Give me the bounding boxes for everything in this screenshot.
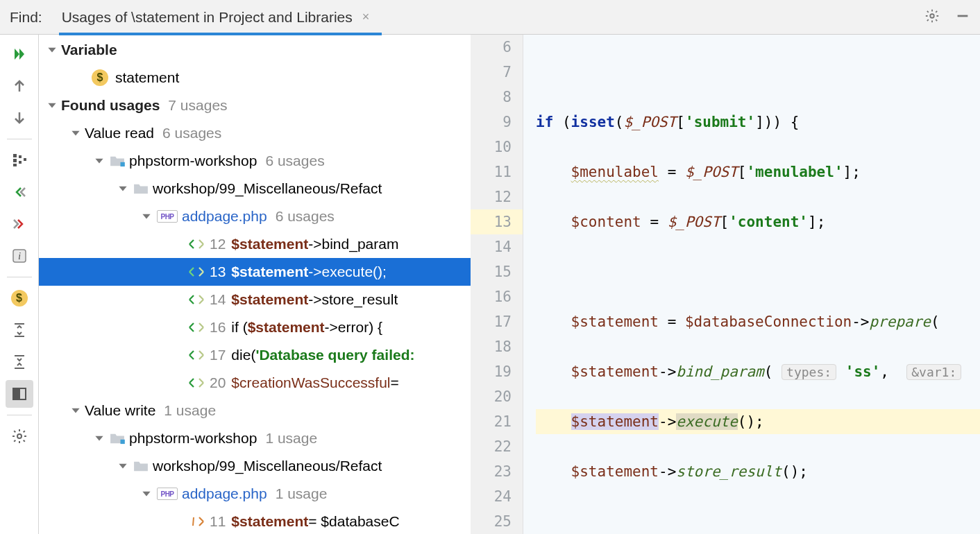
tree-usage[interactable]: 20 $creationWasSuccessful = [39,369,471,397]
t: $statement [571,463,659,480]
t: $_POST [623,114,676,130]
svg-point-12 [17,434,22,438]
line-number: 20 [471,384,512,409]
t: 'submit' [685,114,755,130]
chevron-down-icon[interactable] [69,127,82,139]
gutter: 6 7 8 9 10 11 12 13 14 15 16 17 18 19 20… [471,35,523,534]
tree-usage[interactable]: 12 $statement ->bind_param [39,230,471,258]
t: $databaseConnection [685,313,852,330]
chevron-down-icon[interactable] [140,210,153,223]
code-text: ->bind_param [308,230,398,258]
tree-usage[interactable]: 17 die( 'Database query failed: [39,341,471,369]
line-number: 16 [210,313,226,341]
line-number: 17 [471,309,512,334]
tree-project[interactable]: phpstorm-workshop 1 usage [39,424,471,452]
find-tab[interactable]: Usages of \statement in Project and Libr… [62,9,370,26]
line-number: 19 [471,359,512,384]
usage-read-icon [189,239,204,250]
line-number: 12 [471,184,512,209]
preview-pane-icon[interactable] [6,380,33,408]
line-number: 25 [471,509,512,534]
t: $content [571,214,641,230]
chevron-down-icon[interactable] [46,44,58,56]
line-number: 16 [471,284,512,309]
tree-found-heading[interactable]: Found usages 7 usages [39,92,471,119]
line-number: 11 [210,508,226,534]
arrow-up-icon[interactable] [6,72,33,100]
tree-value-read[interactable]: Value read 6 usages [39,119,471,147]
code-body[interactable]: if (isset($_POST['submit'])) { $menulabe… [523,35,980,534]
chevron-down-icon[interactable] [69,404,82,417]
t: $menulabel [571,164,659,180]
tree-usage-selected[interactable]: 13 $statement ->execute(); [39,258,471,286]
expand-all-icon[interactable] [6,316,33,344]
tree-file[interactable]: PHP addpage.php 6 usages [39,203,471,230]
usage-read-icon [189,377,204,388]
folder-icon [133,460,149,472]
t: bind_param [676,363,763,380]
find-label: Find: [10,9,42,26]
svg-rect-7 [24,158,26,161]
param-hint: &var1: [906,364,961,380]
tree-value-write[interactable]: Value write 1 usage [39,397,471,424]
info-icon[interactable]: i [6,242,33,270]
tree-folder[interactable]: workshop/99_Miscellaneous/Refact [39,452,471,480]
export-icon[interactable] [6,210,33,238]
tree-usage[interactable]: 16 if ( $statement ->error) { [39,313,471,341]
usage-read-icon [189,294,204,305]
chevron-down-icon[interactable] [93,432,105,445]
chevron-down-icon[interactable] [117,460,129,472]
t: 'content' [729,214,808,230]
arrow-down-icon[interactable] [6,104,33,132]
tree-usage[interactable]: 14 $statement ->store_result [39,286,471,313]
folder-icon [110,155,125,167]
code-text: $creationWasSuccessful [231,369,390,397]
svg-rect-13 [121,162,125,166]
code-text: ->error) { [325,313,382,341]
usages-tree[interactable]: Variable $ statement Found usages 7 usag… [39,35,471,534]
t: $_POST [668,214,720,230]
line-number: 18 [471,334,512,359]
find-header: Find: Usages of \statement in Project an… [0,0,980,35]
usage-read-icon [189,266,204,277]
tree-project[interactable]: phpstorm-workshop 6 usages [39,147,471,175]
close-icon[interactable]: × [362,10,370,24]
import-icon[interactable] [6,178,33,206]
code-text: ->execute(); [308,258,387,286]
chevron-down-icon[interactable] [117,182,129,195]
tree-count: 1 usage [276,480,328,508]
code-text: ->store_result [308,286,398,313]
group-icon[interactable] [6,146,33,174]
tree-variable-item[interactable]: $ statement [39,64,471,92]
code-text: = [391,369,399,397]
code-text: $statement [231,230,308,258]
t: $statement [571,363,659,380]
tree-file[interactable]: PHP addpage.php 1 usage [39,480,471,508]
line-number: 6 [471,35,512,60]
minimize-icon[interactable] [955,8,970,26]
gear-icon[interactable] [924,8,940,26]
tree-count: 1 usage [265,424,317,452]
rerun-icon[interactable] [6,40,33,68]
usage-write-icon [189,516,204,527]
line-number: 10 [471,135,512,160]
settings-icon[interactable] [6,422,33,450]
svg-rect-2 [13,154,17,157]
code-text: = $databaseC [308,508,399,534]
chevron-down-icon[interactable] [46,99,58,112]
line-number: 11 [471,160,512,184]
chevron-down-icon[interactable] [140,488,153,500]
tree-label: Value write [85,397,155,424]
t: $statement [571,313,659,330]
usage-read-icon [189,350,204,361]
tree-variable-heading[interactable]: Variable [39,36,471,64]
tree-folder[interactable]: workshop/99_Miscellaneous/Refact [39,175,471,203]
line-number: 13 [471,209,523,234]
chevron-down-icon[interactable] [93,155,105,167]
dollar-icon[interactable]: $ [6,284,33,312]
tree-count: 6 usages [162,119,221,147]
code-preview: 6 7 8 9 10 11 12 13 14 15 16 17 18 19 20… [471,35,980,534]
collapse-all-icon[interactable] [6,348,33,376]
folder-icon [110,432,125,445]
tree-usage[interactable]: 11 $statement = $databaseC [39,508,471,534]
